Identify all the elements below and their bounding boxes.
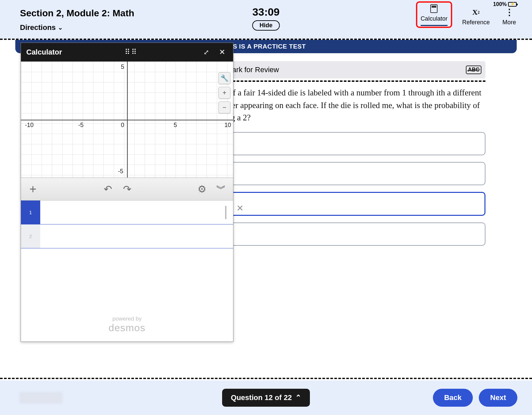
directions-label: Directions bbox=[20, 23, 56, 32]
calculator-icon bbox=[430, 4, 438, 13]
calculator-tool-label: Calculator bbox=[421, 15, 448, 22]
expression-list: 1 ✕ 2 bbox=[21, 201, 233, 248]
back-button[interactable]: Back bbox=[433, 389, 473, 407]
chevron-up-icon: ⌃ bbox=[295, 393, 301, 402]
calculator-toolbar: + ↶ ↷ ⚙ ︾ bbox=[21, 178, 233, 201]
calculator-title: Calculator bbox=[26, 48, 62, 57]
divider bbox=[0, 378, 532, 379]
add-expression-button[interactable]: + bbox=[26, 182, 40, 196]
answer-choice[interactable]: 114 bbox=[213, 132, 485, 155]
axis-label: 5 bbox=[121, 64, 124, 70]
axis-label: -5 bbox=[118, 168, 123, 175]
question-text: face of a fair 14-sided die is labeled w… bbox=[213, 86, 485, 124]
expression-input[interactable] bbox=[40, 224, 233, 248]
reference-tool-button[interactable]: X2 Reference bbox=[460, 6, 492, 28]
drag-handle-icon[interactable]: ⠿⠿ bbox=[125, 51, 138, 54]
wrench-icon[interactable]: 🔧 bbox=[218, 72, 230, 84]
clear-expression-icon[interactable]: ✕ bbox=[236, 203, 244, 213]
chevron-down-icon: ⌄ bbox=[58, 24, 63, 31]
section-title: Section 2, Module 2: Math bbox=[20, 8, 134, 19]
question-selector-label: Question 12 of 22 bbox=[231, 393, 292, 402]
axis-label: 0 bbox=[121, 122, 124, 129]
more-tool-button[interactable]: ⋮ More bbox=[500, 6, 519, 28]
hide-timer-button[interactable]: Hide bbox=[252, 20, 280, 31]
timer: 33:09 bbox=[252, 6, 280, 18]
axis-label: 5 bbox=[174, 122, 177, 129]
reference-icon: X2 bbox=[471, 8, 480, 17]
graph-area[interactable]: 5 -5 0 -10 -5 5 10 🔧 + − bbox=[21, 62, 233, 178]
redo-icon[interactable]: ↷ bbox=[120, 183, 134, 195]
more-tool-label: More bbox=[502, 19, 516, 26]
calculator-header: Calculator ⠿⠿ ⤢ ✕ bbox=[21, 43, 233, 62]
powered-by-label: powered by bbox=[21, 316, 233, 322]
calculator-panel: Calculator ⠿⠿ ⤢ ✕ 5 -5 0 -10 -5 5 10 🔧 +… bbox=[21, 43, 233, 342]
desmos-brand: desmos bbox=[21, 322, 233, 334]
strike-options-button[interactable]: ABC bbox=[466, 66, 481, 74]
undo-icon[interactable]: ↶ bbox=[101, 183, 114, 195]
mark-review-label: Mark for Review bbox=[226, 66, 279, 74]
toolbar: Calculator X2 Reference ⋮ More bbox=[416, 1, 519, 28]
expand-icon[interactable]: ⤢ bbox=[200, 48, 212, 56]
close-icon[interactable]: ✕ bbox=[216, 48, 228, 57]
axis-label: -5 bbox=[78, 122, 83, 129]
expression-index: 1 bbox=[21, 201, 40, 224]
question-panel: Mark for Review ABC face of a fair 14-si… bbox=[213, 61, 485, 246]
divider bbox=[213, 80, 485, 82]
axis-label: 10 bbox=[224, 122, 231, 129]
answer-choice[interactable]: 214 bbox=[213, 162, 485, 185]
gear-icon[interactable]: ⚙ bbox=[195, 183, 208, 195]
student-name-hidden bbox=[19, 392, 63, 404]
expression-row[interactable]: 1 ✕ bbox=[21, 201, 233, 224]
directions-toggle[interactable]: Directions ⌄ bbox=[20, 23, 134, 32]
expression-index: 2 bbox=[21, 224, 40, 248]
calculator-footer: powered by desmos bbox=[21, 316, 233, 342]
axis-label: -10 bbox=[25, 122, 34, 129]
answer-choice[interactable]: 1314 bbox=[213, 222, 485, 246]
zoom-in-button[interactable]: + bbox=[218, 87, 230, 99]
question-selector-button[interactable]: Question 12 of 22 ⌃ bbox=[222, 389, 310, 407]
zoom-out-button[interactable]: − bbox=[218, 101, 230, 113]
reference-tool-label: Reference bbox=[462, 19, 490, 26]
collapse-keypad-icon[interactable]: ︾ bbox=[214, 182, 228, 196]
more-icon: ⋮ bbox=[504, 8, 514, 17]
text-cursor bbox=[225, 206, 226, 219]
mark-review-row: Mark for Review ABC bbox=[213, 61, 485, 78]
calculator-tool-button[interactable]: Calculator bbox=[416, 1, 452, 28]
next-button[interactable]: Next bbox=[479, 389, 517, 407]
answer-choices: 11421412141314 bbox=[213, 132, 485, 246]
answer-choice[interactable]: 1214 bbox=[213, 192, 485, 216]
top-bar: 100% Section 2, Module 2: Math Direction… bbox=[0, 0, 532, 39]
expression-input[interactable] bbox=[40, 201, 233, 224]
bottom-bar: Question 12 of 22 ⌃ Back Next bbox=[0, 380, 532, 415]
expression-row[interactable]: 2 bbox=[21, 224, 233, 248]
